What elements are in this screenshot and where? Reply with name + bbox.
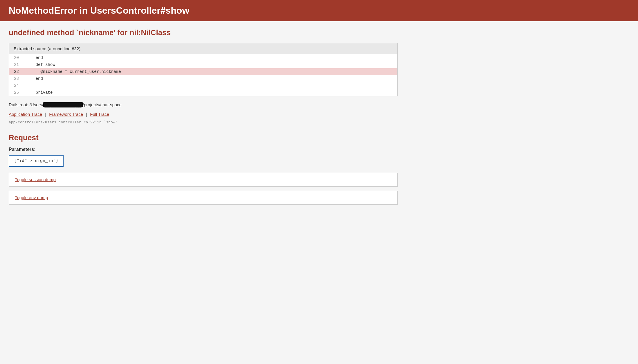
request-section-title: Request [9,133,398,142]
line-code: end [24,54,397,61]
params-label: Parameters: [9,147,398,152]
line-code: end [24,75,397,82]
trace-detail: app/controllers/users_controller.rb:22:i… [9,120,398,125]
toggle-session-link[interactable]: Toggle session dump [15,177,56,182]
trace-separator-1: | [45,112,46,117]
error-message: undefined method `nickname' for nil:NilC… [9,28,398,37]
rails-root-suffix: /projects/chat-space [83,102,122,107]
application-trace-link[interactable]: Application Trace [9,112,42,117]
source-header: Extracted source (around line #22): [9,43,397,54]
line-number: 22 [9,68,24,75]
rails-root-prefix: Rails.root: /Users/ [9,102,43,107]
main-content: undefined method `nickname' for nil:NilC… [0,21,406,216]
line-number: 24 [9,82,24,89]
trace-separator-2: | [86,112,87,117]
line-code: private [24,89,397,96]
source-box: Extracted source (around line #22): 20 e… [9,43,398,96]
line-code: def show [24,61,397,68]
source-line-number: #22 [72,46,79,51]
error-title: NoMethodError in UsersController#show [9,5,629,16]
line-number: 20 [9,54,24,61]
rails-root-redacted: ████████████ [43,102,83,107]
code-line: 22 @nickname = current_user.nickname [9,68,397,75]
line-number: 25 [9,89,24,96]
toggle-session-box: Toggle session dump [9,173,398,187]
rails-root: Rails.root: /Users/████████████/projects… [9,102,398,107]
full-trace-link[interactable]: Full Trace [90,112,109,117]
code-line: 24 [9,82,397,89]
toggle-env-box: Toggle env dump [9,191,398,205]
code-line: 23 end [9,75,397,82]
code-line: 20 end [9,54,397,61]
error-header: NoMethodError in UsersController#show [0,0,638,21]
source-header-text: Extracted source (around line [14,46,72,51]
code-table: 20 end21 def show22 @nickname = current_… [9,54,397,96]
toggle-env-link[interactable]: Toggle env dump [15,195,48,200]
line-number: 21 [9,61,24,68]
trace-links: Application Trace | Framework Trace | Fu… [9,112,398,117]
code-line: 25 private [9,89,397,96]
framework-trace-link[interactable]: Framework Trace [49,112,83,117]
code-line: 21 def show [9,61,397,68]
params-value: {"id"=>"sign_in"} [9,155,64,167]
source-header-end: ): [79,46,82,51]
line-code: @nickname = current_user.nickname [24,68,397,75]
line-code [24,82,397,89]
line-number: 23 [9,75,24,82]
